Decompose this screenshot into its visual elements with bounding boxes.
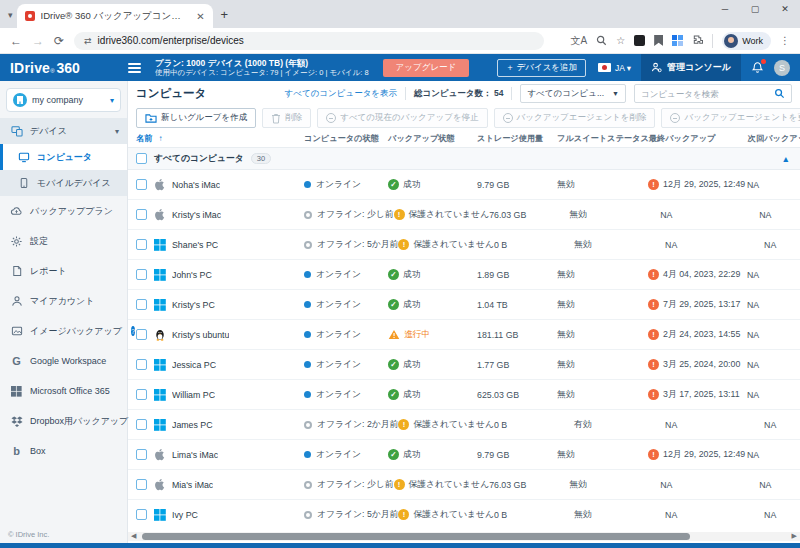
remove-agent-button[interactable]: バックアップエージェントを削除 xyxy=(494,108,656,128)
table-row[interactable]: John's PC オンライン ✓ 成功 1.89 GB 無効 ! 4月 04,… xyxy=(128,260,800,290)
create-group-button[interactable]: 新しいグループを作成 xyxy=(136,108,256,128)
user-avatar[interactable]: S xyxy=(774,60,790,76)
extension-icon-2[interactable] xyxy=(654,35,663,46)
tab-close-icon[interactable]: ✕ xyxy=(196,11,204,22)
sidebar-item-image-backup[interactable]: イメージバックアップ ? xyxy=(0,316,127,346)
maximize-button[interactable]: ▢ xyxy=(740,0,770,14)
chevron-up-icon[interactable]: ▴ xyxy=(783,154,788,164)
back-icon[interactable]: ← xyxy=(10,34,22,48)
row-checkbox[interactable] xyxy=(136,329,147,340)
extensions-puzzle-icon[interactable] xyxy=(692,35,703,46)
row-checkbox[interactable] xyxy=(136,239,147,250)
row-checkbox[interactable] xyxy=(136,299,147,310)
group-checkbox[interactable] xyxy=(136,153,147,164)
sidebar-item-reports[interactable]: レポート xyxy=(0,256,127,286)
forward-icon[interactable]: → xyxy=(32,34,44,48)
help-badge[interactable]: ? xyxy=(131,326,135,336)
table-row[interactable]: Lima's iMac オンライン ✓ 成功 9.79 GB 無効 ! 12月 … xyxy=(128,440,800,470)
table-row[interactable]: Kristy's PC オンライン ✓ 成功 1.04 TB 無効 ! 7月 2… xyxy=(128,290,800,320)
column-header-storage[interactable]: ストレージ使用量 xyxy=(477,133,557,144)
browser-profile[interactable]: Work xyxy=(722,32,771,50)
scroll-left-icon[interactable]: ◀ xyxy=(131,532,136,540)
sidebar-item-settings[interactable]: 設定 xyxy=(0,226,127,256)
close-button[interactable]: ✕ xyxy=(770,0,800,14)
table-row[interactable]: William PC オンライン ✓ 成功 625.03 GB 無効 ! 3月 … xyxy=(128,380,800,410)
sidebar-item-devices[interactable]: デバイス ▾ xyxy=(0,118,127,144)
column-header-next-backup[interactable]: 次回バックアップ xyxy=(748,133,800,144)
table-row[interactable]: James PC オフライン: 2か月前 ! 保護されていません 0 B 有効 … xyxy=(128,410,800,440)
group-row-all-computers[interactable]: すべてのコンピュータ 30 ▴ xyxy=(128,148,800,170)
table-row[interactable]: Kristy's iMac オフライン: 少し前 ! 保護されていません 76.… xyxy=(128,200,800,230)
sidebar-item-box[interactable]: b Box xyxy=(0,436,127,466)
add-device-button[interactable]: ＋ デバイスを追加 xyxy=(497,59,586,77)
hamburger-menu-icon[interactable] xyxy=(128,61,141,75)
windows-os-icon xyxy=(153,508,166,521)
language-selector[interactable]: JA ▾ xyxy=(615,63,631,73)
copyright: © IDrive Inc. xyxy=(8,530,49,539)
sidebar-item-dropbox-backup[interactable]: Dropbox用バックアップ xyxy=(0,406,127,436)
table-row[interactable]: Mia's iMac オフライン: 少し前 ! 保護されていません 76.03 … xyxy=(128,470,800,500)
notifications-bell-icon[interactable] xyxy=(751,61,764,74)
row-checkbox[interactable] xyxy=(136,389,147,400)
admin-console-button[interactable]: 管理コンソール xyxy=(641,54,741,81)
delete-button[interactable]: 削除 xyxy=(262,108,311,128)
bookmark-star-icon[interactable]: ☆ xyxy=(616,35,625,46)
sidebar-item-google-workspace[interactable]: G Google Workspace xyxy=(0,346,127,376)
notification-badge xyxy=(761,59,766,64)
column-header-name[interactable]: 名前 ↑ xyxy=(136,133,304,144)
update-agent-button[interactable]: バックアップエージェントを更新 xyxy=(661,108,800,128)
row-checkbox[interactable] xyxy=(136,449,147,460)
search-icon[interactable] xyxy=(596,35,607,46)
stop-backups-button[interactable]: すべての現在のバックアップを停止 xyxy=(317,108,487,128)
backup-status-icon: ✓ xyxy=(388,449,399,460)
search-input[interactable] xyxy=(641,89,770,99)
fullsuite-status: 無効 xyxy=(557,179,648,191)
divider xyxy=(511,87,512,100)
table-row[interactable]: Noha's iMac オンライン ✓ 成功 9.79 GB 無効 ! 12月 … xyxy=(128,170,800,200)
extension-icon-1[interactable] xyxy=(634,35,645,46)
scroll-right-icon[interactable]: ▶ xyxy=(792,532,797,540)
storage-usage: 0 B xyxy=(494,420,574,430)
minimize-button[interactable]: ─ xyxy=(710,0,740,14)
state-dot-icon xyxy=(304,481,312,489)
backup-status: 進行中 xyxy=(404,329,430,341)
table-row[interactable]: Kristy's ubuntu オンライン 進行中 181.11 GB 無効 !… xyxy=(128,320,800,350)
company-selector[interactable]: my company ▾ xyxy=(6,88,121,112)
table-row[interactable]: Jessica PC オンライン ✓ 成功 1.77 GB 無効 ! 3月 25… xyxy=(128,350,800,380)
column-header-computer-state[interactable]: コンピュータの状態 xyxy=(304,133,388,144)
idrive-logo[interactable]: IDrive ® 360 xyxy=(0,60,128,76)
column-header-backup-state[interactable]: バックアップ状態 xyxy=(388,133,477,144)
address-bar[interactable]: ⇄ idrive360.com/enterprise/devices xyxy=(74,32,544,50)
sidebar-item-my-account[interactable]: マイアカウント xyxy=(0,286,127,316)
row-checkbox[interactable] xyxy=(136,509,147,520)
sidebar-item-office365[interactable]: Microsoft Office 365 xyxy=(0,376,127,406)
group-filter-dropdown[interactable]: すべてのコンピュ... ▼ xyxy=(520,84,626,103)
column-header-fullsuite[interactable]: フルスイートステータス xyxy=(557,133,649,144)
backup-status: 成功 xyxy=(403,389,421,401)
scrollbar-thumb[interactable] xyxy=(142,533,690,540)
row-checkbox[interactable] xyxy=(136,359,147,370)
row-checkbox[interactable] xyxy=(136,269,147,280)
translate-icon[interactable]: 文A xyxy=(571,34,588,48)
show-all-computers-link[interactable]: すべてのコンピュータを表示 xyxy=(285,88,398,100)
sidebar-item-backup-plan[interactable]: バックアッププラン xyxy=(0,196,127,226)
extension-icon-3[interactable] xyxy=(672,35,683,46)
browser-tab[interactable]: IDrive® 360 バックアップコンソール ✕ xyxy=(17,4,213,28)
search-icon[interactable] xyxy=(774,88,785,99)
new-tab-button[interactable]: + xyxy=(221,7,229,22)
row-checkbox[interactable] xyxy=(136,209,147,220)
table-row[interactable]: Ivy PC オフライン: 5か月前 ! 保護されていません 0 B 無効 NA… xyxy=(128,500,800,528)
table-row[interactable]: Shane's PC オフライン: 5か月前 ! 保護されていません 0 B 無… xyxy=(128,230,800,260)
row-checkbox[interactable] xyxy=(136,419,147,430)
tab-search-chevron-icon[interactable]: ▾ xyxy=(8,10,13,20)
reload-icon[interactable]: ⟳ xyxy=(54,34,64,48)
upgrade-button[interactable]: アップグレード xyxy=(383,59,470,77)
kebab-menu-icon[interactable]: ⋮ xyxy=(780,35,790,46)
sidebar-item-computers[interactable]: コンピュータ xyxy=(0,144,127,170)
site-info-icon[interactable]: ⇄ xyxy=(84,36,92,46)
person-icon xyxy=(10,295,23,308)
sidebar-item-mobile-devices[interactable]: モバイルデバイス xyxy=(0,170,127,196)
row-checkbox[interactable] xyxy=(136,479,147,490)
column-header-last-backup[interactable]: 最終バックアップ xyxy=(649,133,748,144)
row-checkbox[interactable] xyxy=(136,179,147,190)
